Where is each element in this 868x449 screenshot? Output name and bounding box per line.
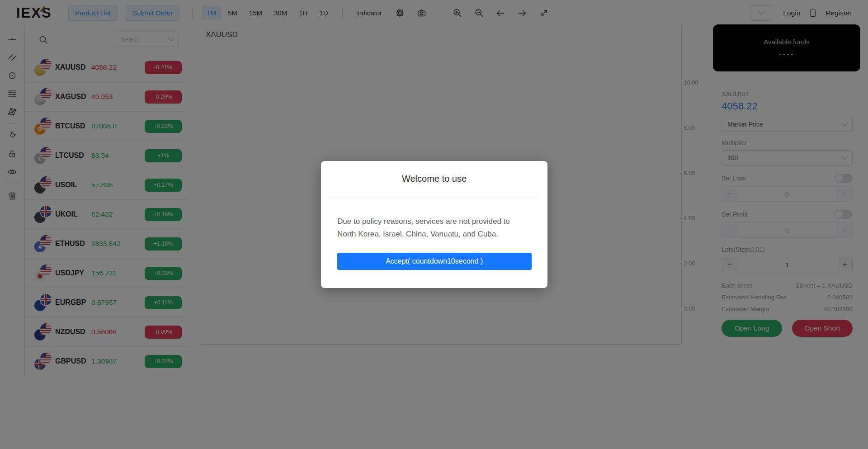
trading-app: IEXS Product List Submit Order 1M 5M 15M…	[0, 0, 868, 449]
divider	[329, 196, 539, 196]
accept-button[interactable]: Accept( countdown10second )	[337, 253, 532, 270]
welcome-dialog: Welcome to use Due to policy reasons, se…	[321, 161, 547, 288]
dialog-title: Welcome to use	[321, 161, 547, 184]
dialog-body-text: Due to policy reasons, services are not …	[337, 215, 529, 240]
